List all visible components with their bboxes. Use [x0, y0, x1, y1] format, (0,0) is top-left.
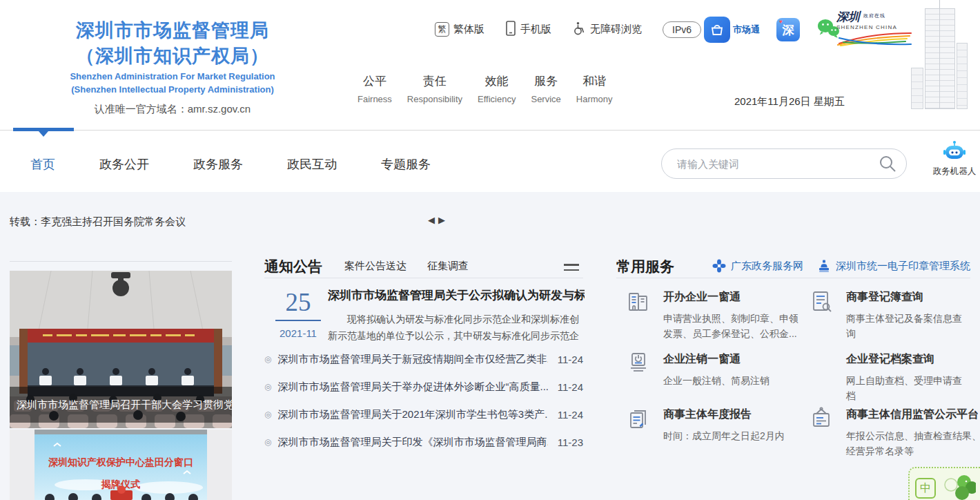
- site-title-en1: Shenzhen Administration For Market Regul…: [17, 71, 329, 82]
- nav-item-home[interactable]: 首页: [30, 156, 55, 173]
- i-shenzhen-glyph: 深: [783, 22, 794, 38]
- mobile-version-link[interactable]: 手机版: [505, 21, 551, 38]
- gov-robot-button[interactable]: 政务机器人: [932, 140, 977, 177]
- divider: [264, 278, 583, 278]
- blank-icon-placeholder: [807, 349, 836, 403]
- site-title-en2: (Shenzhen Intellectual Property Administ…: [17, 84, 329, 95]
- value-service: 服务 Service: [531, 73, 560, 104]
- svg-text:深圳知识产权保护中心盐田分窗口: 深圳知识产权保护中心盐田分窗口: [48, 456, 193, 468]
- market-app-icon: [704, 17, 730, 43]
- featured-notice[interactable]: 25 2021-11 深圳市市场监督管理局关于公示拟确认为研发与标... 现将拟…: [264, 287, 583, 349]
- carousel-caption: 深圳市市场监督管理局召开干部大会学习贯彻党的十...: [10, 387, 232, 423]
- clover-leaves-icon: [941, 474, 976, 500]
- core-values: 公平 Fairness 责任 Responsibility 效能 Efficie…: [357, 73, 613, 104]
- document-search-icon: [807, 287, 836, 341]
- service-card-deregistration[interactable]: 企业注销一窗通企业一般注销、简易注销: [625, 349, 797, 388]
- site-logo[interactable]: 深圳市市场监督管理局 （深圳市知识产权局） Shenzhen Administr…: [17, 18, 329, 116]
- service-card-credit-platform[interactable]: 商事主体信用监管公示平台年报公示信息、抽查检查结果、经营异常名录等: [807, 405, 970, 459]
- building-icon: [625, 287, 654, 341]
- search-icon[interactable]: [879, 155, 896, 173]
- list-item[interactable]: ◎ 深圳市市场监督管理局关于举办促进体外诊断企业“高质量... 11-24: [264, 373, 583, 401]
- more-icon[interactable]: [564, 260, 579, 271]
- floating-green-widget[interactable]: 中: [908, 467, 980, 500]
- site-title-line2: （深圳市知识产权局）: [17, 44, 329, 69]
- nav-item-special-topics[interactable]: 专题服务: [381, 156, 431, 173]
- services-section: 常用服务 广东政务服务网 深圳市统一电子印章管理系统 开办企业一窗通申请营业执照…: [616, 192, 970, 500]
- market-app-label: 市场通: [733, 23, 760, 36]
- report-document-icon: [625, 405, 654, 443]
- carousel-slide-2[interactable]: 深圳知识产权保护中心盐田分窗口 揭牌仪式: [10, 430, 232, 500]
- value-efficiency: 效能 Efficiency: [478, 73, 516, 104]
- accessibility-link[interactable]: 无障碍浏览: [572, 21, 642, 37]
- featured-summary: 现将拟确认为研发与标准化同步示范企业和深圳标准创新示范基地的单位予以公示，其中研…: [328, 311, 585, 344]
- value-responsibility: 责任 Responsibility: [407, 73, 462, 104]
- divider: [616, 278, 970, 278]
- main-content: 转载：李克强主持召开国务院常务会议 ◀ ▶: [0, 192, 980, 500]
- service-card-registry-search[interactable]: 商事登记簿查询商事主体登记及备案信息查询: [807, 287, 970, 341]
- notices-section: 通知公告 案件公告送达 征集调查 25 2021-11 深圳市市场监督管理局关于…: [264, 192, 583, 500]
- featured-title[interactable]: 深圳市市场监督管理局关于公示拟确认为研发与标...: [328, 287, 585, 303]
- nav-item-gov-services[interactable]: 政务服务: [193, 156, 243, 173]
- seal-stamp-icon: [817, 259, 831, 273]
- link-eseal-system[interactable]: 深圳市统一电子印章管理系统: [817, 259, 970, 273]
- mobile-icon: [505, 21, 516, 38]
- list-item[interactable]: ◎ 深圳市市场监督管理局关于新冠疫情期间全市仅经营乙类非... 11-24: [264, 345, 583, 373]
- zhong-badge: 中: [915, 478, 936, 499]
- gov-robot-label: 政务机器人: [932, 166, 977, 177]
- site-header: 深圳市市场监督管理局 （深圳市知识产权局） Shenzhen Administr…: [0, 0, 980, 130]
- robot-icon: [943, 140, 966, 162]
- site-title-line1: 深圳市市场监督管理局: [17, 18, 329, 44]
- signboard-icon: [807, 405, 836, 459]
- notices-title: 通知公告: [264, 258, 322, 275]
- featured-date: 25 2021-11: [275, 289, 321, 339]
- service-card-archive-search[interactable]: 企业登记档案查询网上自助查档、受理申请查档: [807, 349, 970, 403]
- accessibility-label: 无障碍浏览: [590, 23, 642, 36]
- link-guangdong-gov-portal[interactable]: 广东政务服务网: [712, 259, 803, 273]
- current-date: 2021年11月26日 星期五: [734, 95, 845, 108]
- notice-list: ◎ 深圳市市场监督管理局关于新冠疫情期间全市仅经营乙类非... 11-24 ◎ …: [264, 345, 583, 456]
- bullet-icon: ◎: [264, 437, 271, 447]
- traditional-chinese-link[interactable]: 繁 繁体版: [435, 22, 484, 37]
- traditional-chinese-label: 繁体版: [453, 23, 484, 36]
- list-item[interactable]: ◎ 深圳市市场监督管理局关于2021年深圳市学生书包等3类产... 11-24: [264, 401, 583, 428]
- service-card-annual-report[interactable]: 商事主体年度报告时间：成立周年之日起2月内: [625, 405, 797, 443]
- building-sketch: [903, 0, 974, 109]
- tab-surveys[interactable]: 征集调查: [427, 260, 469, 273]
- traditional-chinese-icon: 繁: [435, 22, 449, 37]
- heart-icon: ♥: [779, 19, 783, 25]
- utility-links: 繁 繁体版 手机版 无障碍浏览 IPv6: [435, 21, 701, 38]
- value-harmony: 和谐 Harmony: [576, 73, 613, 104]
- ceremony-photo: 深圳知识产权保护中心盐田分窗口 揭牌仪式: [10, 430, 232, 500]
- pinwheel-icon: [712, 259, 726, 273]
- power-book-icon: [625, 349, 654, 388]
- search-bar: [661, 148, 907, 179]
- official-domain-note: 认准唯一官方域名：amr.sz.gov.cn: [17, 103, 329, 116]
- main-navbar: 首页 政务公开 政务服务 政民互动 专题服务 政务机器人: [0, 130, 980, 192]
- ipv6-badge[interactable]: IPv6: [663, 21, 701, 38]
- accessibility-icon: [572, 21, 586, 37]
- carousel-slide-1[interactable]: 深圳市市场监督管理局召开干部大会学习贯彻党的十...: [10, 271, 232, 428]
- search-input[interactable]: [677, 158, 879, 170]
- active-tab-arrow: [39, 131, 48, 137]
- market-app-link[interactable]: 市场通: [704, 17, 760, 43]
- nav-menu: 首页 政务公开 政务服务 政民互动 专题服务: [30, 156, 431, 173]
- bullet-icon: ◎: [264, 354, 271, 364]
- bullet-icon: ◎: [264, 382, 271, 392]
- bullet-icon: ◎: [264, 410, 271, 419]
- divider: [10, 261, 232, 262]
- services-title: 常用服务: [616, 258, 674, 275]
- service-card-open-business[interactable]: 开办企业一窗通申请营业执照、刻制印章、申领发票、员工参保登记、公积金...: [625, 287, 797, 341]
- list-item[interactable]: ◎ 深圳市市场监督管理局关于印发《深圳市市场监督管理局商... 11-23: [264, 428, 583, 456]
- shenzhen-logo-sub: 政府在线: [863, 12, 885, 19]
- shenzhen-logo-cn: 深圳: [836, 11, 860, 23]
- app-links: 市场通 ♥ 深: [704, 17, 840, 43]
- nav-item-interaction[interactable]: 政民互动: [287, 156, 337, 173]
- i-shenzhen-app-icon[interactable]: ♥ 深: [776, 18, 800, 41]
- photo-carousel: 深圳市市场监督管理局召开干部大会学习贯彻党的十... 深圳知识产权保护中心盐田分…: [10, 192, 232, 500]
- mobile-version-label: 手机版: [520, 23, 551, 36]
- nav-item-gov-info[interactable]: 政务公开: [99, 156, 149, 173]
- tab-case-announcements[interactable]: 案件公告送达: [344, 260, 406, 273]
- value-fairness: 公平 Fairness: [357, 73, 392, 104]
